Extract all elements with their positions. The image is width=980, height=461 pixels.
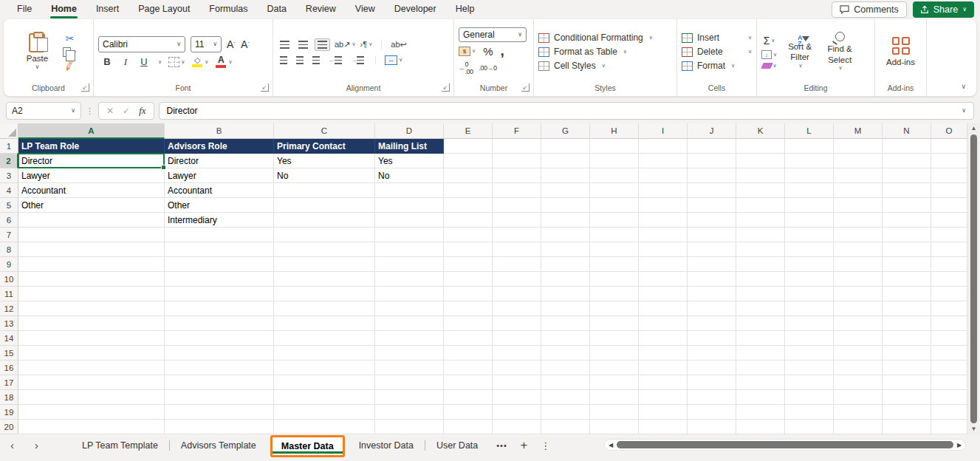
cell-G9[interactable] xyxy=(541,257,590,272)
cell-F10[interactable] xyxy=(493,272,541,287)
cell-A1[interactable]: LP Team Role xyxy=(18,139,165,154)
comments-button[interactable]: Comments xyxy=(832,1,906,18)
cell-N9[interactable] xyxy=(883,257,931,272)
cell-D18[interactable] xyxy=(375,390,444,405)
cell-H18[interactable] xyxy=(590,390,639,405)
row-header-10[interactable]: 10 xyxy=(0,272,18,287)
scroll-up-icon[interactable]: ▲ xyxy=(971,123,977,134)
cell-J20[interactable] xyxy=(688,420,736,434)
cell-D4[interactable] xyxy=(375,183,444,198)
sheet-tab-investor-data[interactable]: Investor Data xyxy=(348,435,425,456)
cell-J4[interactable] xyxy=(688,183,736,198)
cell-D14[interactable] xyxy=(375,331,444,346)
increase-decimal-button[interactable]: ←0.00 xyxy=(459,61,473,75)
cell-E7[interactable] xyxy=(444,228,493,242)
cell-B15[interactable] xyxy=(165,346,274,361)
cell-O6[interactable] xyxy=(931,213,967,228)
cell-B19[interactable] xyxy=(165,405,274,420)
cell-B20[interactable] xyxy=(165,420,274,434)
row-header-12[interactable]: 12 xyxy=(0,301,18,316)
cell-I11[interactable] xyxy=(639,287,688,301)
cell-K4[interactable] xyxy=(736,183,785,198)
cell-D12[interactable] xyxy=(375,301,444,316)
cell-O8[interactable] xyxy=(931,242,967,257)
cell-L17[interactable] xyxy=(785,375,834,390)
column-header-E[interactable]: E xyxy=(444,123,493,139)
cell-O14[interactable] xyxy=(931,331,967,346)
cell-E12[interactable] xyxy=(444,301,493,316)
cell-D6[interactable] xyxy=(375,213,444,228)
cell-A16[interactable] xyxy=(18,361,165,375)
cell-O2[interactable] xyxy=(931,154,967,168)
menu-tab-developer[interactable]: Developer xyxy=(385,1,446,18)
cell-O12[interactable] xyxy=(931,301,967,316)
cell-E18[interactable] xyxy=(444,390,493,405)
cell-F1[interactable] xyxy=(493,139,541,154)
cell-G6[interactable] xyxy=(541,213,590,228)
cell-N7[interactable] xyxy=(883,228,931,242)
cell-A18[interactable] xyxy=(18,390,165,405)
insert-cells-button[interactable]: Insert ∨ xyxy=(682,33,752,43)
cell-N1[interactable] xyxy=(883,139,931,154)
scroll-left-icon[interactable]: ◀ xyxy=(607,442,614,448)
cell-I5[interactable] xyxy=(639,198,688,213)
cell-N18[interactable] xyxy=(883,390,931,405)
percent-style-button[interactable]: % xyxy=(483,45,493,58)
cell-I17[interactable] xyxy=(639,375,688,390)
cell-H11[interactable] xyxy=(590,287,639,301)
cell-I13[interactable] xyxy=(639,316,688,331)
cell-K20[interactable] xyxy=(736,420,785,434)
cell-L15[interactable] xyxy=(785,346,834,361)
cell-I16[interactable] xyxy=(639,361,688,375)
cell-K10[interactable] xyxy=(736,272,785,287)
cell-D9[interactable] xyxy=(375,257,444,272)
cell-L13[interactable] xyxy=(785,316,834,331)
cell-H16[interactable] xyxy=(590,361,639,375)
cell-J6[interactable] xyxy=(688,213,736,228)
column-header-H[interactable]: H xyxy=(590,123,639,139)
cell-F5[interactable] xyxy=(493,198,541,213)
menu-tab-insert[interactable]: Insert xyxy=(86,1,129,18)
cell-N17[interactable] xyxy=(883,375,931,390)
cell-H13[interactable] xyxy=(590,316,639,331)
row-header-5[interactable]: 5 xyxy=(0,198,18,213)
cell-I18[interactable] xyxy=(639,390,688,405)
cell-O9[interactable] xyxy=(931,257,967,272)
cell-L5[interactable] xyxy=(785,198,834,213)
cell-I6[interactable] xyxy=(639,213,688,228)
align-right-button[interactable] xyxy=(310,55,322,66)
cell-A10[interactable] xyxy=(18,272,165,287)
select-all-corner[interactable] xyxy=(0,123,18,139)
cell-O17[interactable] xyxy=(931,375,967,390)
column-header-I[interactable]: I xyxy=(639,123,688,139)
cell-A11[interactable] xyxy=(18,287,165,301)
cell-M16[interactable] xyxy=(834,361,883,375)
cell-C10[interactable] xyxy=(274,272,375,287)
cell-O20[interactable] xyxy=(931,420,967,434)
cell-M6[interactable] xyxy=(834,213,883,228)
cell-G16[interactable] xyxy=(541,361,590,375)
font-name-select[interactable]: Calibri ∨ xyxy=(98,36,185,52)
cell-F7[interactable] xyxy=(493,228,541,242)
column-header-G[interactable]: G xyxy=(541,123,590,139)
cell-D17[interactable] xyxy=(375,375,444,390)
cell-O19[interactable] xyxy=(931,405,967,420)
cell-K5[interactable] xyxy=(736,198,785,213)
fill-color-button[interactable]: ◇∨ xyxy=(191,56,208,67)
share-button[interactable]: Share ∨ xyxy=(913,1,974,18)
cell-M11[interactable] xyxy=(834,287,883,301)
cell-B13[interactable] xyxy=(165,316,274,331)
find-select-button[interactable]: Find & Select ∨ xyxy=(823,32,857,72)
cell-L10[interactable] xyxy=(785,272,834,287)
cell-H20[interactable] xyxy=(590,420,639,434)
cell-C13[interactable] xyxy=(274,316,375,331)
cell-B1[interactable]: Advisors Role xyxy=(165,139,274,154)
cell-E4[interactable] xyxy=(444,183,493,198)
cell-I14[interactable] xyxy=(639,331,688,346)
cell-I8[interactable] xyxy=(639,242,688,257)
cell-K8[interactable] xyxy=(736,242,785,257)
increase-font-size-button[interactable]: Aˆ xyxy=(227,38,236,50)
font-size-select[interactable]: 11 ∨ xyxy=(191,36,222,52)
row-header-11[interactable]: 11 xyxy=(0,287,18,301)
accounting-format-button[interactable]: $∨ xyxy=(459,47,476,56)
